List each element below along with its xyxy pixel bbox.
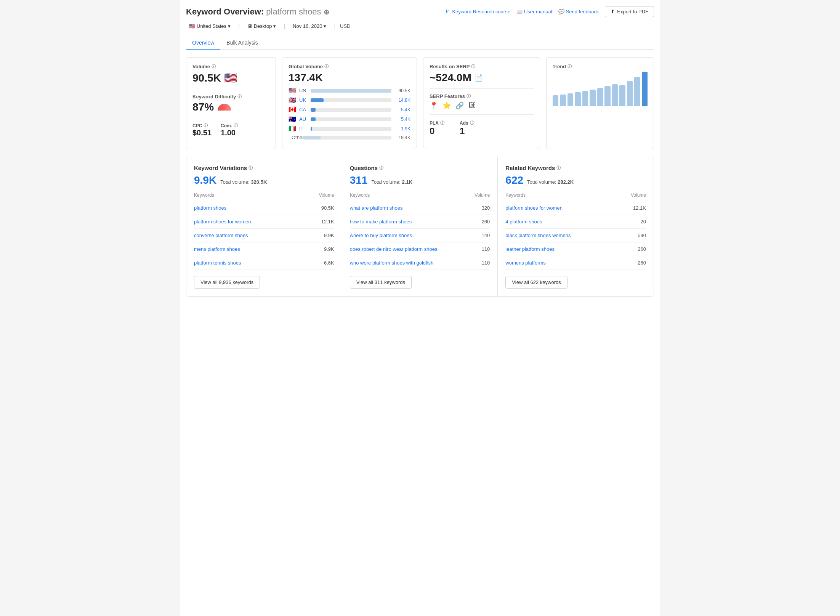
location-icon: 📍 bbox=[430, 101, 438, 110]
kv-keyword-link[interactable]: converse platform shoes bbox=[194, 233, 248, 238]
rk-total: Total volume: 282.2K bbox=[527, 179, 574, 185]
trend-info-icon[interactable]: ⓘ bbox=[567, 64, 572, 69]
q-volume: 110 bbox=[482, 246, 490, 252]
kv-keyword-link[interactable]: mens platform shoes bbox=[194, 246, 240, 252]
volume-value: 90.5K 🇺🇸 bbox=[192, 72, 269, 84]
tab-overview[interactable]: Overview bbox=[186, 37, 220, 50]
q-volume: 320 bbox=[482, 205, 490, 211]
trend-bar bbox=[575, 92, 580, 106]
currency-label: USD bbox=[340, 23, 350, 29]
volume-info-icon[interactable]: ⓘ bbox=[212, 64, 216, 69]
ads-stat: Ads ⓘ 1 bbox=[460, 120, 474, 136]
kv-keyword-link[interactable]: platform shoes bbox=[194, 205, 226, 211]
q-header-row: 311 Total volume: 2.1K bbox=[350, 174, 490, 186]
rk-volume: 12.1K bbox=[633, 205, 646, 211]
rk-keyword-link[interactable]: 4 platform shoes bbox=[505, 219, 542, 225]
trend-label: Trend ⓘ bbox=[553, 64, 648, 69]
cpc-stat: CPC ⓘ $0.51 bbox=[192, 123, 212, 137]
volume-card: Volume ⓘ 90.5K 🇺🇸 Keyword Difficulty ⓘ 8… bbox=[186, 57, 276, 149]
trend-bar bbox=[590, 90, 595, 106]
difficulty-value: 87% bbox=[192, 101, 269, 113]
cpc-info-icon[interactable]: ⓘ bbox=[204, 123, 208, 128]
difficulty-label: Keyword Difficulty ⓘ bbox=[192, 94, 269, 99]
difficulty-info-icon[interactable]: ⓘ bbox=[237, 94, 242, 99]
rk-row: womens platforms260 bbox=[505, 256, 646, 270]
kv-volume: 9.9K bbox=[324, 233, 334, 238]
ads-info-icon[interactable]: ⓘ bbox=[470, 120, 474, 126]
date-selector[interactable]: Nov 16, 2020 ▾ bbox=[290, 22, 329, 30]
rk-view-all-button[interactable]: View all 622 keywords bbox=[505, 276, 567, 289]
rk-keyword-link[interactable]: platform shoes for women bbox=[505, 205, 563, 211]
rk-row: 4 platform shoes20 bbox=[505, 215, 646, 229]
rk-keyword-link[interactable]: leather platform shoes bbox=[505, 246, 555, 252]
q-keyword-link[interactable]: how to make platform shoes bbox=[350, 219, 412, 225]
kv-keyword-link[interactable]: platform tennis shoes bbox=[194, 260, 241, 266]
kv-view-all-button[interactable]: View all 9,936 keywords bbox=[194, 276, 260, 289]
q-keyword-link[interactable]: what are platform shoes bbox=[350, 205, 403, 211]
country-code[interactable]: IT bbox=[299, 126, 308, 132]
volume-bar-wrap bbox=[311, 89, 391, 93]
trend-bar bbox=[597, 88, 603, 106]
rk-volume: 260 bbox=[638, 260, 646, 266]
volume-bar bbox=[311, 108, 316, 112]
trend-bar bbox=[604, 86, 610, 106]
questions-section: Questions ⓘ 311 Total volume: 2.1K Keywo… bbox=[342, 157, 498, 296]
rk-volume: 260 bbox=[638, 246, 646, 252]
star-icon: ⭐ bbox=[442, 101, 451, 110]
serp-bottom-stats: PLA ⓘ 0 Ads ⓘ 1 bbox=[430, 120, 534, 136]
user-manual-link[interactable]: 📖 User manual bbox=[516, 9, 552, 14]
add-keyword-icon[interactable]: ⊕ bbox=[324, 8, 329, 16]
country-code[interactable]: UK bbox=[299, 97, 308, 103]
tab-bulk-analysis[interactable]: Bulk Analysis bbox=[220, 37, 264, 50]
bottom-stats: CPC ⓘ $0.51 Com. ⓘ 1.00 bbox=[192, 123, 269, 137]
q-volume: 110 bbox=[482, 260, 490, 266]
trend-bar bbox=[612, 84, 618, 106]
q-title: Questions ⓘ bbox=[350, 165, 490, 171]
kv-row: mens platform shoes9.9K bbox=[194, 242, 334, 256]
send-feedback-link[interactable]: 💬 Send feedback bbox=[558, 9, 599, 14]
image-icon: 🖼 bbox=[468, 101, 475, 110]
volume-bar-wrap bbox=[311, 117, 391, 121]
export-pdf-button[interactable]: ⬆ Export to PDF bbox=[605, 6, 654, 17]
q-view-all-button[interactable]: View all 311 keywords bbox=[350, 276, 412, 289]
volume-number: 90.5K bbox=[394, 88, 410, 93]
divider-2 bbox=[192, 118, 269, 118]
global-volume-info-icon[interactable]: ⓘ bbox=[324, 64, 329, 69]
page-title: Keyword Overview: platform shoes ⊕ bbox=[186, 7, 329, 17]
q-keyword-link[interactable]: where to buy platform shoes bbox=[350, 233, 412, 238]
keyword-research-course-link[interactable]: 🏳 Keyword Research course bbox=[446, 9, 510, 14]
com-info-icon[interactable]: ⓘ bbox=[234, 123, 238, 128]
volume-number: 5.4K bbox=[394, 117, 410, 122]
country-code[interactable]: CA bbox=[299, 107, 308, 112]
country-flag: 🇦🇺 bbox=[289, 116, 296, 123]
q-table-header: Keywords Volume bbox=[350, 191, 490, 201]
serp-info-icon[interactable]: ⓘ bbox=[471, 64, 475, 69]
country-code[interactable]: US bbox=[299, 88, 308, 93]
rk-table-header: Keywords Volume bbox=[505, 191, 646, 201]
q-count: 311 bbox=[350, 174, 368, 186]
volume-bar-wrap bbox=[303, 136, 391, 140]
pla-info-icon[interactable]: ⓘ bbox=[440, 120, 444, 126]
volume-number: 5.4K bbox=[394, 107, 410, 112]
serp-features-info[interactable]: ⓘ bbox=[466, 93, 471, 99]
separator-1: | bbox=[238, 23, 240, 29]
q-keyword-link[interactable]: does robert de niro wear platform shoes bbox=[350, 246, 438, 252]
rk-keyword-link[interactable]: womens platforms bbox=[505, 260, 545, 266]
country-flag: 🇬🇧 bbox=[289, 96, 296, 104]
country-selector[interactable]: 🇺🇸 United States ▾ bbox=[186, 22, 234, 30]
kv-info-icon[interactable]: ⓘ bbox=[248, 165, 253, 171]
rk-info-icon[interactable]: ⓘ bbox=[556, 165, 561, 171]
q-keyword-link[interactable]: who wore platform shoes with goldfish bbox=[350, 260, 434, 266]
global-volume-row: 🇨🇦 CA 5.4K bbox=[289, 106, 410, 113]
serp-value: ~524.0M 📄 bbox=[430, 72, 534, 84]
kv-table: Keywords Volume platform shoes90.5Kplatf… bbox=[194, 191, 334, 270]
kv-row: platform shoes90.5K bbox=[194, 201, 334, 215]
device-selector[interactable]: 🖥 Desktop ▾ bbox=[244, 22, 279, 30]
country-code[interactable]: AU bbox=[299, 116, 308, 122]
q-info-icon[interactable]: ⓘ bbox=[379, 165, 383, 171]
kv-volume: 12.1K bbox=[321, 219, 334, 225]
volume-bar-wrap bbox=[311, 98, 391, 102]
rk-keyword-link[interactable]: black platform shoes womens bbox=[505, 233, 571, 238]
kv-keyword-link[interactable]: platform shoes for women bbox=[194, 219, 251, 225]
com-value: 1.00 bbox=[221, 128, 238, 137]
